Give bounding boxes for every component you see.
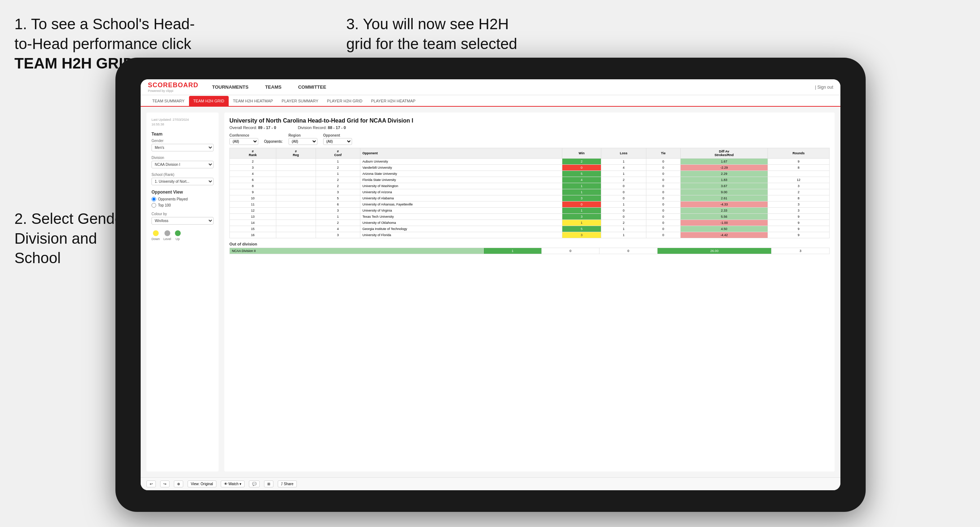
cell-rank: 16 (230, 232, 276, 238)
cell-conf: 3 (316, 232, 360, 238)
radio-opponents-played[interactable]: Opponents Played (151, 197, 213, 202)
subnav-player-summary[interactable]: PLAYER SUMMARY (277, 96, 323, 106)
cell-diff: 9.00 (680, 189, 768, 195)
cell-loss: 4 (601, 165, 646, 171)
cell-reg (276, 220, 316, 226)
undo-btn[interactable]: ↩ (146, 481, 156, 487)
cell-diff: -4.33 (680, 202, 768, 208)
view-btn[interactable]: View: Original (188, 481, 216, 487)
col-conf: #Conf (316, 148, 360, 159)
ood-label: NCAA Division II (230, 248, 484, 254)
cell-rank: 15 (230, 226, 276, 232)
region-filter-select[interactable]: (All) (288, 138, 317, 145)
subnav-team-summary[interactable]: TEAM SUMMARY (148, 96, 189, 106)
cell-reg (276, 165, 316, 171)
bottom-toolbar: ↩ ↪ ⊕ View: Original 👁 Watch ▾ 💬 ⊞ ⤴ Sha… (141, 477, 840, 490)
cell-tie: 0 (646, 226, 680, 232)
cell-diff: -4.42 (680, 232, 768, 238)
overall-record: Overall Record: 89 - 17 - 0 (229, 125, 276, 130)
cell-rounds: 8 (768, 195, 830, 202)
cell-reg (276, 171, 316, 177)
col-opponent: Opponent (360, 148, 562, 159)
ood-tie: 0 (600, 248, 657, 254)
cell-conf: 6 (316, 202, 360, 208)
cell-rounds: 9 (768, 214, 830, 220)
opponent-view-title: Opponent View (151, 190, 213, 195)
cell-rank: 10 (230, 195, 276, 202)
cell-reg (276, 214, 316, 220)
cell-win: 4 (562, 177, 601, 183)
col-diff: Diff AvStrokes/Rnd (680, 148, 768, 159)
opponents-label: Opponents: (264, 140, 283, 145)
nav-teams[interactable]: TEAMS (262, 83, 285, 91)
h2h-table: #Rank #Reg #Conf Opponent Win Loss Tie D… (229, 148, 830, 238)
cell-conf: 2 (316, 165, 360, 171)
col-reg: #Reg (276, 148, 316, 159)
division-label: Division (151, 156, 213, 160)
watch-btn[interactable]: 👁 Watch ▾ (221, 481, 245, 487)
school-select[interactable]: 1. University of Nort... (151, 178, 213, 185)
cell-win: 3 (562, 214, 601, 220)
logo-text: SCOREBOARD (148, 81, 198, 89)
colour-by-select[interactable]: Win/loss (151, 217, 213, 225)
legend-level: Level (163, 230, 171, 241)
cell-diff: 1.83 (680, 177, 768, 183)
cell-reg (276, 189, 316, 195)
cell-loss: 0 (601, 189, 646, 195)
sign-out-link[interactable]: | Sign out (815, 85, 834, 90)
cell-tie: 0 (646, 165, 680, 171)
cell-rounds: 9 (768, 220, 830, 226)
table-row: 16 3 University of Florida 3 1 0 -4.42 9 (230, 232, 830, 238)
cell-loss: 1 (601, 202, 646, 208)
cell-rank: 11 (230, 202, 276, 208)
comment-btn[interactable]: 💬 (249, 481, 260, 487)
subnav-team-h2h-grid[interactable]: TEAM H2H GRID (189, 96, 229, 106)
cell-loss: 2 (601, 220, 646, 226)
cell-reg (276, 232, 316, 238)
grid-btn[interactable]: ⊞ (264, 481, 274, 487)
out-of-division-header: Out of division (229, 242, 830, 246)
opponent-filter-select[interactable]: (All) (323, 138, 352, 145)
cell-opponent: Auburn University (360, 159, 562, 165)
share-btn[interactable]: ⤴ Share (278, 481, 296, 487)
cell-win: 1 (562, 183, 601, 189)
cell-win: 1 (562, 189, 601, 195)
cell-rank: 9 (230, 189, 276, 195)
subnav-player-h2h-grid[interactable]: PLAYER H2H GRID (323, 96, 367, 106)
table-row: 9 3 University of Arizona 1 0 0 9.00 2 (230, 189, 830, 195)
cell-reg (276, 195, 316, 202)
cell-diff: 3.67 (680, 183, 768, 189)
col-tie: Tie (646, 148, 680, 159)
cell-reg (276, 183, 316, 189)
cell-tie: 0 (646, 183, 680, 189)
ood-loss: 0 (541, 248, 600, 254)
cell-loss: 0 (601, 208, 646, 214)
cell-tie: 0 (646, 189, 680, 195)
cell-opponent: Vanderbilt University (360, 165, 562, 171)
table-row: 11 6 University of Arkansas, Fayettevill… (230, 202, 830, 208)
table-row: 15 4 Georgia Institute of Technology 5 1… (230, 226, 830, 232)
cell-rank: 8 (230, 183, 276, 189)
ood-win: 1 (484, 248, 542, 254)
cell-rounds: 9 (768, 159, 830, 165)
sub-nav: TEAM SUMMARY TEAM H2H GRID TEAM H2H HEAT… (141, 95, 840, 107)
cell-diff: 4.50 (680, 226, 768, 232)
cell-tie: 0 (646, 195, 680, 202)
cell-reg (276, 208, 316, 214)
cell-rounds: 2 (768, 189, 830, 195)
division-select[interactable]: NCAA Division I (151, 161, 213, 168)
nav-committee[interactable]: COMMITTEE (295, 83, 329, 91)
conference-filter-select[interactable]: (All) (229, 138, 258, 145)
legend-dot-level (164, 230, 170, 236)
redo-btn[interactable]: ↪ (160, 481, 170, 487)
subnav-team-h2h-heatmap[interactable]: TEAM H2H HEATMAP (229, 96, 277, 106)
filter-opponent: Opponent (All) (323, 133, 352, 145)
cell-tie: 0 (646, 202, 680, 208)
zoom-btn[interactable]: ⊕ (174, 481, 183, 487)
subnav-player-h2h-heatmap[interactable]: PLAYER H2H HEATMAP (367, 96, 420, 106)
nav-tournaments[interactable]: TOURNAMENTS (209, 83, 251, 91)
radio-top100[interactable]: Top 100 (151, 203, 213, 208)
gender-select[interactable]: Men's (151, 144, 213, 151)
ood-diff: 26.00 (657, 248, 772, 254)
table-row: 4 1 Arizona State University 5 1 0 2.29 (230, 171, 830, 177)
